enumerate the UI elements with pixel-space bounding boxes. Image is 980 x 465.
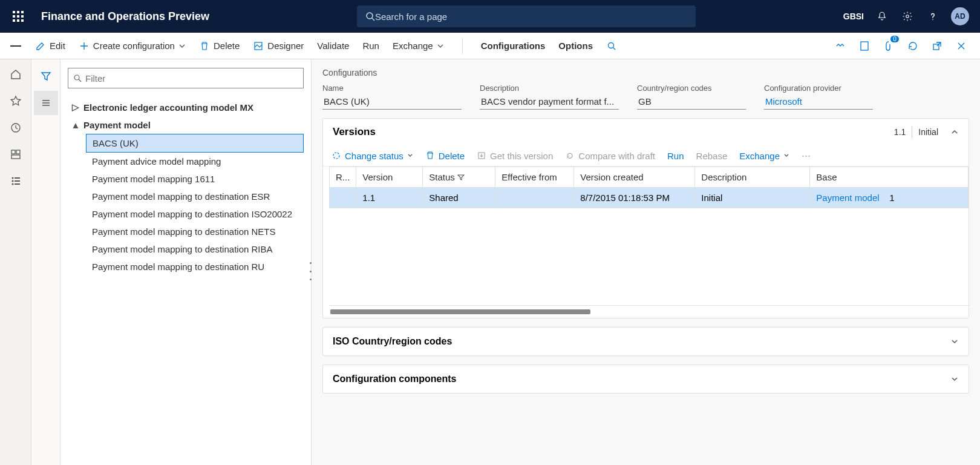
nav-rail	[0, 59, 31, 465]
close-icon[interactable]	[953, 38, 969, 54]
svg-point-0	[367, 13, 373, 19]
search-icon	[606, 41, 617, 51]
field-value-provider[interactable]: Microsoft	[764, 95, 873, 110]
col-r[interactable]: R...	[330, 167, 356, 188]
tree-node-mapping-nets[interactable]: Payment model mapping to destination NET…	[86, 223, 304, 240]
more-button[interactable]: ⋯	[802, 150, 811, 161]
popout-icon[interactable]	[929, 38, 945, 54]
expand-icon[interactable]: ▷	[70, 102, 81, 113]
col-description[interactable]: Description	[695, 167, 810, 188]
col-effective[interactable]: Effective from	[495, 167, 574, 188]
tree-node-payment-advice[interactable]: Payment advice model mapping	[86, 153, 304, 170]
status-icon	[332, 151, 341, 160]
help-icon[interactable]	[926, 9, 940, 24]
tree-panel: ▷ Electronic ledger accounting model MX …	[60, 59, 312, 465]
toolbar-search[interactable]	[605, 38, 618, 54]
collapse-icon[interactable]: ▲	[70, 120, 81, 130]
svg-point-13	[11, 177, 13, 179]
refresh-icon[interactable]	[905, 38, 921, 54]
table-row[interactable]: 1.1 Shared 8/7/2015 01:18:53 PM Initial …	[330, 188, 969, 208]
configuration-components-title: Configuration components	[333, 374, 950, 384]
field-value-description[interactable]: BACS vendor payment format f...	[480, 95, 619, 110]
delete-button[interactable]: Delete	[198, 38, 241, 54]
versions-meta-version: 1.1	[888, 127, 912, 137]
svg-rect-10	[11, 150, 15, 154]
svg-point-5	[609, 42, 614, 48]
svg-rect-11	[16, 150, 20, 154]
app-title: Finance and Operations Preview	[41, 10, 209, 23]
avatar[interactable]: AD	[951, 7, 969, 25]
col-version[interactable]: Version	[356, 167, 423, 188]
nav-favorites[interactable]	[2, 88, 30, 114]
tree-node-mapping-1611[interactable]: Payment model mapping 1611	[86, 170, 304, 188]
legal-entity[interactable]: GBSI	[843, 12, 864, 21]
chevron-down-icon[interactable]	[950, 337, 959, 346]
chevron-down-icon	[178, 42, 186, 50]
list-toggle[interactable]	[34, 91, 58, 115]
svg-rect-18	[15, 183, 20, 185]
resize-handle[interactable]	[310, 262, 312, 280]
exchange-button[interactable]: Exchange	[391, 38, 445, 53]
hamburger-menu[interactable]	[5, 35, 27, 57]
col-status[interactable]: Status	[423, 167, 495, 188]
filter-toggle[interactable]	[34, 64, 58, 88]
app-launcher[interactable]	[6, 4, 30, 28]
field-value-country-codes[interactable]: GB	[637, 95, 746, 110]
tab-options[interactable]: Options	[557, 38, 594, 53]
nav-workspaces[interactable]	[2, 142, 30, 167]
svg-point-17	[11, 183, 13, 185]
version-exchange-button[interactable]: Exchange	[739, 151, 789, 161]
col-created[interactable]: Version created	[574, 167, 695, 188]
tree-node-mapping-ru[interactable]: Payment model mapping to destination RU	[86, 258, 304, 275]
configuration-components-section[interactable]: Configuration components	[322, 364, 969, 394]
filter-icon[interactable]	[457, 174, 465, 181]
iso-codes-section[interactable]: ISO Country/region codes	[322, 327, 969, 356]
tree-node-mapping-iso20022[interactable]: Payment model mapping to destination ISO…	[86, 205, 304, 223]
related-icon[interactable]	[832, 38, 848, 54]
edit-button[interactable]: Edit	[34, 38, 67, 54]
svg-rect-14	[15, 177, 20, 179]
download-icon	[477, 151, 486, 160]
bell-icon[interactable]	[875, 9, 889, 24]
col-base[interactable]: Base	[810, 167, 969, 188]
version-delete-button[interactable]: Delete	[425, 151, 465, 161]
horizontal-scrollbar[interactable]	[330, 309, 590, 314]
field-value-name[interactable]: BACS (UK)	[322, 95, 462, 110]
filter-input-wrap[interactable]	[68, 68, 304, 88]
trash-icon	[199, 41, 210, 51]
tab-configurations[interactable]: Configurations	[480, 38, 547, 53]
nav-modules[interactable]	[2, 168, 30, 194]
cell-version: 1.1	[356, 188, 423, 208]
designer-button[interactable]: Designer	[252, 38, 305, 54]
page-icon[interactable]	[857, 38, 872, 54]
tree-node-mapping-riba[interactable]: Payment model mapping to destination RIB…	[86, 240, 304, 258]
svg-rect-16	[15, 180, 20, 182]
chevron-down-icon	[407, 153, 413, 159]
nav-home[interactable]	[2, 62, 30, 87]
nav-recent[interactable]	[2, 115, 30, 140]
filter-input[interactable]	[85, 73, 298, 84]
validate-button[interactable]: Validate	[316, 38, 350, 53]
field-label-provider: Configuration provider	[764, 84, 873, 93]
svg-rect-12	[11, 155, 20, 159]
gear-icon[interactable]	[900, 9, 915, 24]
cell-base-link[interactable]: Payment model	[816, 193, 879, 203]
version-run-button[interactable]: Run	[667, 151, 684, 161]
search-box[interactable]	[357, 5, 696, 27]
chevron-down-icon[interactable]	[950, 375, 959, 383]
chevron-down-icon	[437, 42, 444, 50]
versions-title: Versions	[333, 126, 888, 138]
run-button[interactable]: Run	[361, 38, 381, 53]
attach-icon[interactable]: 0	[881, 38, 897, 54]
search-input[interactable]	[375, 12, 687, 22]
tree-node-electronic-ledger[interactable]: ▷ Electronic ledger accounting model MX	[68, 98, 304, 116]
tree-node-mapping-esr[interactable]: Payment model mapping to destination ESR	[86, 188, 304, 205]
change-status-button[interactable]: Change status	[332, 151, 413, 161]
tree-node-payment-model[interactable]: ▲ Payment model	[68, 116, 304, 134]
detail-panel: Configurations Name BACS (UK) Descriptio…	[312, 59, 980, 465]
create-configuration-button[interactable]: Create configuration	[77, 38, 187, 54]
chevron-up-icon[interactable]	[944, 128, 959, 136]
attach-badge: 0	[890, 36, 899, 42]
svg-line-1	[372, 18, 374, 21]
tree-node-bacs-uk[interactable]: BACS (UK)	[86, 134, 304, 153]
